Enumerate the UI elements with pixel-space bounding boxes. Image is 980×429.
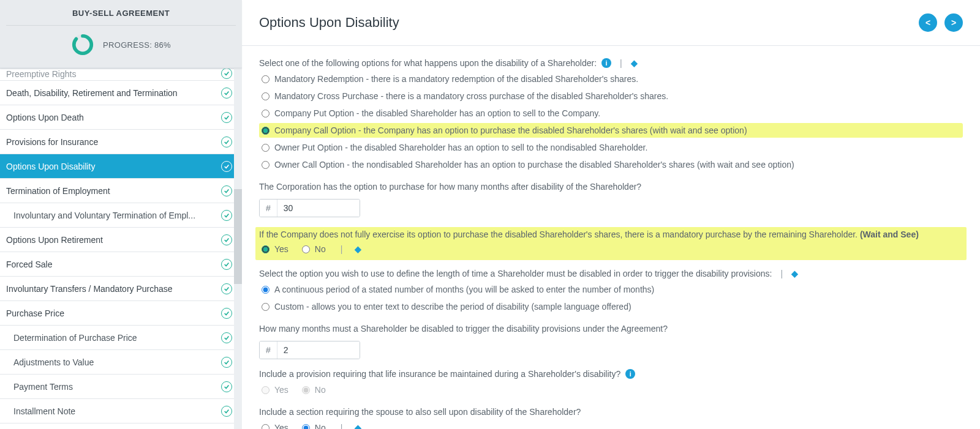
sidebar-item[interactable]: Installment Note — [0, 399, 242, 423]
q4-prompt: Select the option you wish to use to def… — [259, 269, 963, 278]
sidebar-scroll-area: Preemptive RightsDeath, Disability, Reti… — [0, 68, 242, 429]
q4-option-label: Custom - allows you to enter text to des… — [274, 300, 631, 313]
sidebar-item-label: Involuntary Transfers / Mandatory Purcha… — [6, 284, 173, 294]
sidebar-item-label: Forced Sale — [6, 259, 52, 269]
clear-icon[interactable]: ◆ — [791, 269, 798, 278]
q1-prompt: Select one of the following options for … — [259, 58, 963, 68]
months-input-group: # — [259, 199, 360, 217]
sidebar-item-label: Options Upon Retirement — [6, 235, 103, 245]
question-wait-and-see: If the Company does not fully exercise i… — [255, 227, 967, 260]
sidebar-item-label: Provisions for Insurance — [6, 137, 98, 147]
q7-no[interactable]: No — [300, 420, 328, 429]
sidebar-item[interactable]: Options Upon Retirement — [0, 228, 242, 252]
q1-option-label: Company Put Option - the disabled Shareh… — [274, 106, 600, 120]
sidebar-nav: Preemptive RightsDeath, Disability, Reti… — [0, 69, 242, 423]
q7-prompt: Include a section requiring the spouse t… — [259, 407, 963, 417]
trigger-months-input-group: # — [259, 341, 360, 359]
sidebar-item[interactable]: Forced Sale — [0, 252, 242, 277]
progress-row: PROGRESS: 86% — [0, 32, 242, 60]
q1-options: Mandatory Redemption - there is a mandat… — [259, 72, 963, 172]
sidebar-item-label: Death, Disability, Retirement and Termin… — [6, 88, 178, 98]
q1-option[interactable]: Owner Put Option - the disabled Sharehol… — [259, 140, 963, 155]
check-icon — [221, 381, 232, 392]
sidebar-item[interactable]: Involuntary and Voluntary Termination of… — [0, 203, 242, 228]
q4-option-label: A continuous period of a stated number o… — [274, 283, 654, 296]
check-icon — [221, 185, 232, 196]
question-disability-option: Select one of the following options for … — [259, 58, 963, 172]
progress-label: PROGRESS: 86% — [103, 40, 171, 50]
sidebar-item[interactable]: Options Upon Death — [0, 105, 242, 130]
sidebar-item[interactable]: Determination of Purchase Price — [0, 326, 242, 350]
trigger-months-input[interactable] — [277, 341, 360, 359]
svg-point-1 — [74, 36, 92, 54]
question-life-insurance: Include a provision requiring that life … — [259, 369, 963, 397]
check-icon — [221, 332, 232, 343]
q6-yes-label: Yes — [274, 383, 288, 397]
sidebar-item[interactable]: Provisions for Insurance — [0, 130, 242, 154]
sidebar-item[interactable]: Options Upon Disability — [0, 154, 242, 179]
sidebar-item[interactable]: Involuntary Transfers / Mandatory Purcha… — [0, 277, 242, 301]
sidebar-item-label: Involuntary and Voluntary Termination of… — [13, 211, 195, 220]
sidebar-item-label: Termination of Employment — [6, 186, 110, 196]
sidebar-item[interactable]: Payment Terms — [0, 375, 242, 399]
q1-option[interactable]: Mandatory Cross Purchase - there is a ma… — [259, 89, 963, 103]
sidebar-item[interactable]: Termination of Employment — [0, 179, 242, 203]
sidebar-item[interactable]: Adjustments to Value — [0, 350, 242, 375]
q1-option[interactable]: Owner Call Option - the nondisabled Shar… — [259, 157, 963, 172]
divider — [6, 25, 236, 26]
q4-option[interactable]: A continuous period of a stated number o… — [259, 282, 963, 297]
clear-icon[interactable]: ◆ — [355, 244, 361, 254]
info-icon[interactable]: i — [625, 369, 635, 379]
q7-options: Yes No | ◆ — [259, 420, 963, 429]
q1-option[interactable]: Company Put Option - the disabled Shareh… — [259, 106, 963, 121]
q6-yes: Yes — [259, 382, 291, 397]
q7-yes[interactable]: Yes — [259, 420, 291, 429]
q3-suffix: (Wait and See) — [860, 229, 919, 239]
question-months-option: The Corporation has the option to purcha… — [259, 182, 963, 217]
main-panel: Options Upon Disability < > Select one o… — [242, 0, 980, 429]
page-title: Options Upon Disability — [259, 15, 399, 31]
sidebar-item[interactable]: Purchase Price — [0, 301, 242, 326]
q3-yes[interactable]: Yes — [259, 242, 291, 256]
question-trigger-months: How many months must a Shareholder be di… — [259, 324, 963, 359]
hash-icon: # — [260, 200, 277, 217]
clear-icon[interactable]: ◆ — [631, 58, 638, 68]
q6-no: No — [300, 382, 328, 397]
form-content: Select one of the following options for … — [242, 46, 980, 429]
q1-option-label: Company Call Option - the Company has an… — [274, 124, 747, 137]
clear-icon[interactable]: ◆ — [355, 423, 361, 429]
q5-prompt: How many months must a Shareholder be di… — [259, 324, 963, 334]
prev-button[interactable]: < — [919, 13, 937, 32]
hash-icon: # — [260, 341, 277, 359]
q4-options: A continuous period of a stated number o… — [259, 282, 963, 314]
months-input[interactable] — [277, 200, 360, 217]
sidebar-scrollbar-thumb[interactable] — [234, 189, 242, 284]
separator: | — [337, 423, 347, 429]
pager: < > — [919, 13, 963, 32]
q1-option-label: Owner Call Option - the nondisabled Shar… — [274, 158, 794, 171]
q1-option[interactable]: Mandatory Redemption - there is a mandat… — [259, 72, 963, 86]
q3-no[interactable]: No — [300, 242, 328, 256]
sidebar-item-label: Purchase Price — [6, 308, 64, 318]
q3-yes-label: Yes — [274, 242, 288, 256]
q7-no-label: No — [315, 421, 326, 429]
q1-option-label: Mandatory Redemption - there is a mandat… — [274, 72, 638, 86]
sidebar-item-label: Determination of Purchase Price — [13, 333, 137, 343]
q1-option[interactable]: Company Call Option - the Company has an… — [259, 123, 963, 138]
sidebar-item-label: Installment Note — [13, 406, 75, 416]
check-icon — [221, 357, 232, 368]
check-icon — [221, 283, 232, 294]
q1-option-label: Mandatory Cross Purchase - there is a ma… — [274, 89, 668, 103]
page-header: Options Upon Disability < > — [242, 0, 980, 46]
sidebar-item-label: Preemptive Rights — [6, 69, 76, 79]
check-icon — [221, 88, 232, 99]
info-icon[interactable]: i — [601, 58, 611, 68]
question-disability-length-option: Select the option you wish to use to def… — [259, 269, 963, 314]
sidebar-item[interactable]: Preemptive Rights — [0, 69, 242, 81]
next-button[interactable]: > — [944, 13, 963, 32]
sidebar-item-label: Adjustments to Value — [13, 357, 94, 367]
sidebar-item-label: Options Upon Disability — [6, 162, 96, 171]
q4-option[interactable]: Custom - allows you to enter text to des… — [259, 299, 963, 314]
sidebar-item[interactable]: Death, Disability, Retirement and Termin… — [0, 81, 242, 105]
q3-prompt-text: If the Company does not fully exercise i… — [259, 229, 860, 239]
